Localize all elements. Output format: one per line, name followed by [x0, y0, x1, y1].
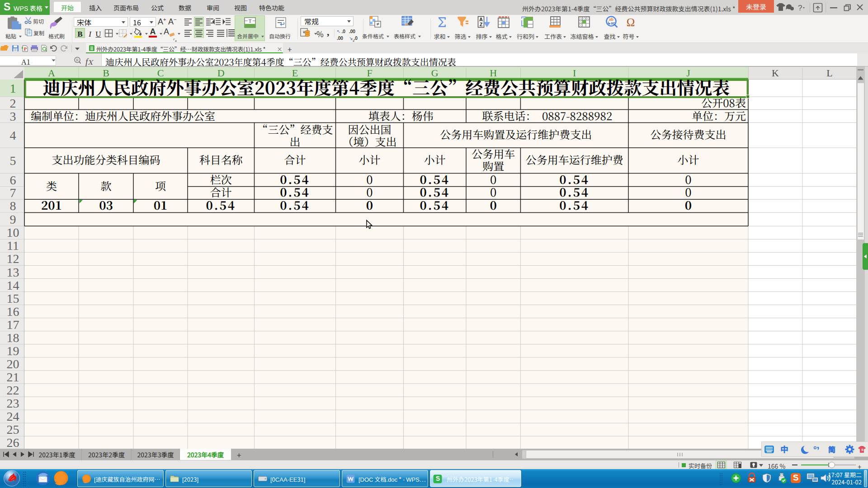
svg-text:款: 款 — [101, 178, 112, 193]
svg-text:201: 201 — [41, 196, 62, 213]
svg-text:3: 3 — [10, 109, 16, 123]
svg-text:17: 17 — [7, 318, 19, 332]
svg-text:03: 03 — [99, 196, 113, 213]
svg-text:15: 15 — [7, 291, 19, 305]
svg-text:14: 14 — [7, 278, 19, 292]
svg-text:0.54: 0.54 — [559, 196, 590, 213]
svg-text:合计: 合计 — [284, 151, 306, 167]
svg-text:4: 4 — [10, 128, 16, 142]
svg-text:单位：万元: 单位：万元 — [692, 108, 746, 123]
svg-text:迪庆州人民政府外事办公室2023年度第4季度“三公”经费公共: 迪庆州人民政府外事办公室2023年度第4季度“三公”经费公共预算财政拨款支出情况… — [43, 74, 730, 99]
svg-text:18: 18 — [7, 331, 19, 345]
svg-text:Z: Z — [480, 22, 483, 27]
svg-text:小计: 小计 — [678, 151, 699, 167]
svg-text:类: 类 — [46, 178, 57, 193]
svg-text:↳ac: ↳ac — [607, 20, 615, 26]
svg-text:0: 0 — [366, 196, 373, 213]
svg-text:10: 10 — [7, 225, 19, 239]
svg-text:1: 1 — [10, 81, 16, 95]
svg-text:20: 20 — [7, 357, 19, 371]
svg-text:9: 9 — [10, 212, 16, 226]
svg-text:11: 11 — [7, 239, 19, 253]
svg-text:公务用车运行维护费: 公务用车运行维护费 — [526, 151, 624, 167]
svg-text:0: 0 — [685, 196, 692, 213]
svg-text:24: 24 — [7, 409, 19, 423]
svg-text:0.54: 0.54 — [280, 196, 310, 213]
svg-text:6: 6 — [10, 173, 16, 187]
svg-text:简: 简 — [828, 445, 835, 455]
svg-text:21: 21 — [7, 370, 19, 384]
svg-text:?: ? — [798, 4, 802, 12]
svg-text:5: 5 — [10, 154, 16, 168]
svg-text:7: 7 — [10, 186, 16, 200]
svg-text:0.54: 0.54 — [420, 196, 450, 213]
svg-text:支出功能分类科目编码: 支出功能分类科目编码 — [52, 151, 160, 167]
svg-text:（境）支出: （境）支出 — [343, 133, 397, 149]
svg-text:0.54: 0.54 — [206, 196, 236, 213]
svg-text:小计: 小计 — [424, 151, 446, 167]
svg-text:K: K — [772, 67, 779, 79]
svg-text:T: T — [249, 19, 251, 23]
svg-text:中: 中 — [781, 445, 788, 455]
svg-text:项: 项 — [155, 178, 166, 193]
svg-text:科目名称: 科目名称 — [199, 151, 243, 167]
svg-text:公务接待费支出: 公务接待费支出 — [651, 126, 726, 142]
svg-text:19: 19 — [7, 344, 19, 358]
svg-text:2: 2 — [10, 96, 16, 110]
svg-text:25: 25 — [7, 422, 19, 436]
svg-text:23: 23 — [7, 396, 19, 410]
svg-text:编制单位：迪庆州人民政府外事办公室: 编制单位：迪庆州人民政府外事办公室 — [31, 108, 215, 123]
svg-text:联系电话： 0887-8288982: 联系电话： 0887-8288982 — [482, 108, 613, 123]
svg-text:小计: 小计 — [359, 151, 381, 167]
svg-text:Ω: Ω — [627, 16, 635, 28]
svg-text:L: L — [826, 67, 832, 79]
svg-text:出: 出 — [290, 133, 301, 149]
svg-text:S: S — [861, 447, 863, 452]
svg-text:≠: ≠ — [376, 20, 379, 27]
svg-text:12: 12 — [7, 252, 19, 266]
svg-text:0: 0 — [490, 196, 497, 213]
svg-text:公务用车购置及运行维护费支出: 公务用车购置及运行维护费支出 — [440, 126, 592, 142]
svg-text:R: R — [76, 58, 79, 62]
svg-text:P: P — [24, 46, 27, 52]
svg-text:13: 13 — [7, 265, 19, 279]
svg-text:22: 22 — [7, 383, 19, 397]
svg-text:8: 8 — [10, 199, 16, 213]
svg-text:01: 01 — [154, 196, 168, 213]
svg-text:16: 16 — [7, 305, 19, 319]
svg-text:26: 26 — [7, 436, 19, 449]
svg-text:A: A — [479, 17, 483, 22]
